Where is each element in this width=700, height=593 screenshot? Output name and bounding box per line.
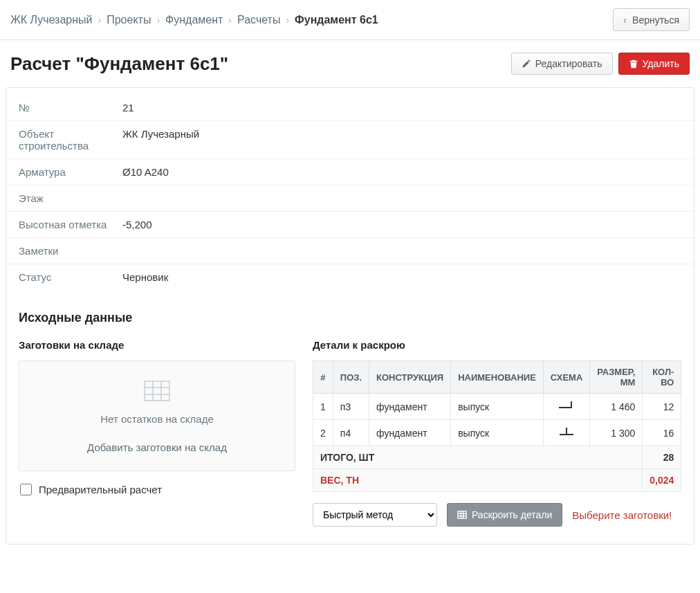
total-value: 28 — [643, 446, 681, 469]
breadcrumb-item[interactable]: Проекты — [107, 14, 151, 26]
scheme-corner-icon — [556, 399, 577, 410]
two-col: Заготовки на складе Нет остатков на скла… — [6, 332, 694, 544]
cell-pos: п3 — [333, 394, 369, 420]
add-stock-link[interactable]: Добавить заготовки на склад — [87, 441, 227, 453]
info-label: № — [19, 102, 122, 113]
breadcrumb-item[interactable]: Фундамент — [165, 14, 223, 26]
section-source-title: Исходные данные — [6, 290, 694, 332]
details-column: Детали к раскрою # ПОЗ. КОНСТРУКЦИЯ НАИМ… — [313, 339, 681, 527]
chevron-right-icon: › — [98, 15, 102, 26]
th-qty: КОЛ-ВО — [643, 361, 681, 394]
empty-stock-text: Нет остатков на складе — [33, 413, 281, 425]
action-row: Быстрый метод Раскроить детали В — [313, 492, 681, 527]
grid-icon — [457, 510, 467, 520]
info-row: Заметки — [6, 238, 694, 264]
delete-button-label: Удалить — [643, 58, 679, 69]
info-row: Объект строительства ЖК Лучезарный — [6, 121, 694, 159]
table-row[interactable]: 1 п3 фундамент выпуск 1 460 12 — [313, 394, 681, 420]
pencil-icon — [522, 59, 531, 69]
cell-qty: 16 — [643, 420, 681, 446]
info-row: Арматура Ø10 A240 — [6, 159, 694, 185]
preliminary-label[interactable]: Предварительный расчет — [39, 484, 162, 495]
info-label: Высотная отметка — [19, 219, 122, 230]
cell-name: выпуск — [451, 394, 544, 420]
th-construction: КОНСТРУКЦИЯ — [369, 361, 451, 394]
chevron-right-icon: › — [156, 15, 160, 26]
table-header-row: # ПОЗ. КОНСТРУКЦИЯ НАИМЕНОВАНИЕ СХЕМА РА… — [313, 361, 681, 394]
cell-scheme — [543, 394, 589, 420]
stock-column: Заготовки на складе Нет остатков на скла… — [19, 339, 295, 527]
svg-rect-5 — [458, 511, 466, 519]
info-value: 21 — [122, 102, 134, 113]
calc-button[interactable]: Раскроить детали — [447, 503, 562, 527]
breadcrumb-item[interactable]: ЖК Лучезарный — [10, 14, 93, 26]
title-actions: Редактировать Удалить — [511, 53, 690, 75]
table-row[interactable]: 2 п4 фундамент выпуск 1 300 16 — [313, 420, 681, 446]
cell-construction: фундамент — [369, 420, 451, 446]
table-total-row: ИТОГО, ШТ 28 — [313, 446, 681, 469]
info-value: Черновик — [122, 271, 168, 283]
breadcrumb: ЖК Лучезарный › Проекты › Фундамент › Ра… — [10, 14, 378, 26]
chevron-right-icon: › — [228, 15, 232, 26]
cell-size: 1 460 — [590, 394, 643, 420]
th-pos: ПОЗ. — [333, 361, 369, 394]
edit-button[interactable]: Редактировать — [511, 53, 613, 75]
info-row: Статус Черновик — [6, 264, 694, 290]
trash-icon — [629, 59, 638, 69]
stock-title: Заготовки на складе — [19, 339, 295, 361]
method-select[interactable]: Быстрый метод — [313, 503, 437, 527]
warning-text: Выберите заготовки! — [572, 509, 672, 521]
cell-idx: 1 — [313, 394, 333, 420]
cell-pos: п4 — [333, 420, 369, 446]
chevron-left-icon: ‹ — [623, 14, 627, 26]
cell-size: 1 300 — [590, 420, 643, 446]
empty-stock-box: Нет остатков на складе Добавить заготовк… — [19, 361, 295, 471]
svg-rect-0 — [145, 381, 169, 401]
table-weight-row: ВЕС, ТН 0,024 — [313, 469, 681, 492]
info-row: Высотная отметка -5,200 — [6, 212, 694, 238]
th-name: НАИМЕНОВАНИЕ — [451, 361, 544, 394]
th-size: РАЗМЕР, ММ — [590, 361, 643, 394]
scheme-tee-icon — [556, 426, 577, 437]
info-value: Ø10 A240 — [122, 166, 169, 178]
title-row: Расчет "Фундамент 6с1" Редактировать Уда… — [0, 40, 700, 87]
panel: № 21 Объект строительства ЖК Лучезарный … — [6, 87, 694, 545]
info-value: ЖК Лучезарный — [122, 128, 199, 152]
info-label: Этаж — [19, 192, 122, 204]
info-label: Заметки — [19, 245, 122, 257]
chevron-right-icon: › — [286, 15, 289, 26]
cell-idx: 2 — [313, 420, 333, 446]
preliminary-checkbox[interactable] — [20, 484, 32, 495]
details-title: Детали к раскрою — [313, 339, 681, 361]
back-button[interactable]: ‹ Вернуться — [613, 8, 690, 31]
info-block: № 21 Объект строительства ЖК Лучезарный … — [6, 88, 694, 290]
cell-scheme — [543, 420, 589, 446]
th-idx: # — [313, 361, 333, 394]
details-table: # ПОЗ. КОНСТРУКЦИЯ НАИМЕНОВАНИЕ СХЕМА РА… — [313, 361, 681, 492]
weight-value: 0,024 — [643, 469, 681, 492]
th-scheme: СХЕМА — [543, 361, 589, 394]
info-row: № 21 — [6, 95, 694, 121]
weight-label: ВЕС, ТН — [313, 469, 643, 492]
preliminary-row: Предварительный расчет — [19, 471, 295, 495]
info-label: Объект строительства — [19, 128, 122, 152]
cell-construction: фундамент — [369, 394, 451, 420]
edit-button-label: Редактировать — [535, 58, 602, 69]
info-label: Статус — [19, 271, 122, 283]
delete-button[interactable]: Удалить — [618, 53, 690, 75]
page-title: Расчет "Фундамент 6с1" — [10, 53, 228, 75]
table-empty-icon — [144, 381, 170, 403]
breadcrumb-current: Фундамент 6с1 — [295, 14, 378, 26]
back-button-label: Вернуться — [632, 15, 679, 26]
info-value: -5,200 — [122, 219, 152, 230]
info-label: Арматура — [19, 166, 122, 178]
calc-button-label: Раскроить детали — [472, 509, 552, 520]
total-label: ИТОГО, ШТ — [313, 446, 643, 469]
cell-name: выпуск — [451, 420, 544, 446]
breadcrumb-item[interactable]: Расчеты — [237, 14, 280, 26]
header: ЖК Лучезарный › Проекты › Фундамент › Ра… — [0, 0, 700, 40]
cell-qty: 12 — [643, 394, 681, 420]
info-row: Этаж — [6, 185, 694, 212]
